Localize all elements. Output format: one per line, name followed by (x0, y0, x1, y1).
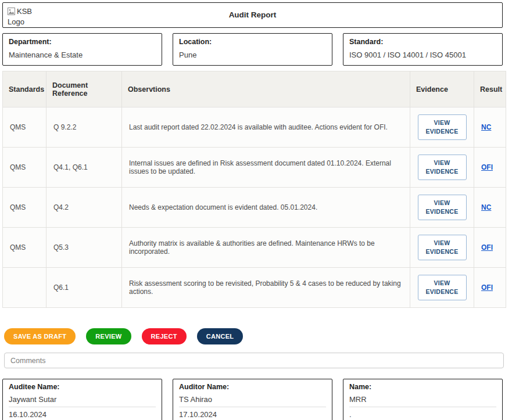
cancel-button[interactable]: CANCEL (197, 328, 244, 344)
name-date-input[interactable] (349, 407, 496, 420)
result-link[interactable]: OFI (481, 163, 493, 171)
view-evidence-button[interactable]: VIEW EVIDENCE (418, 155, 467, 180)
auditee-name-input[interactable] (9, 392, 156, 407)
observation-cell: Last audit report dated 22.02.2024 is av… (122, 107, 410, 148)
view-evidence-button[interactable]: VIEW EVIDENCE (418, 275, 467, 300)
column-header-evidence: Evidence (410, 71, 474, 107)
view-evidence-button[interactable]: VIEW EVIDENCE (418, 114, 467, 140)
auditor-name-label: Auditor Name: (179, 383, 326, 391)
audit-report-page: KSB Logo Audit Report Department: Mainte… (0, 0, 512, 420)
table-row: QMS Q 9.2.2 Last audit report dated 22.0… (3, 107, 506, 148)
auditor-name-input[interactable] (179, 392, 326, 407)
reference-cell: Q 9.2.2 (46, 107, 122, 148)
name-input[interactable] (349, 392, 496, 407)
standard-label: Standard: (349, 38, 496, 46)
save-as-draft-button[interactable]: SAVE AS DRAFT (4, 328, 76, 344)
standard-cell (3, 268, 46, 308)
column-header-result: Result (474, 71, 506, 107)
page-title: Audit Report (3, 3, 502, 27)
audit-findings-table: Standards Document Reference Observtions… (2, 71, 506, 308)
result-link[interactable]: NC (481, 123, 491, 131)
standard-cell: QMS (3, 107, 46, 148)
reject-button[interactable]: REJECT (142, 328, 187, 344)
standard-value: ISO 9001 / ISO 14001 / ISO 45001 (349, 51, 466, 59)
auditee-box: Auditee Name: (2, 379, 162, 420)
auditee-date-input[interactable] (9, 407, 156, 420)
observation-cell: Risk assessment scoring to be revisited,… (122, 268, 410, 308)
observation-cell: Authority matrix is available & authorit… (122, 228, 410, 268)
reference-cell: Q4.1, Q6.1 (46, 148, 122, 188)
table-row: QMS Q4.2 Needs & expectation document is… (3, 188, 506, 228)
result-link[interactable]: OFI (481, 243, 493, 252)
reference-cell: Q4.2 (46, 188, 122, 228)
standard-cell: QMS (3, 228, 46, 268)
column-header-document-reference: Document Reference (46, 71, 122, 107)
table-row: QMS Q5.3 Authority matrix is available &… (3, 228, 506, 268)
name-label: Name: (349, 383, 496, 391)
review-button[interactable]: REVIEW (86, 328, 131, 344)
standard-cell: QMS (3, 188, 46, 228)
reference-cell: Q5.3 (46, 228, 122, 268)
table-header-row: Standards Document Reference Observtions… (3, 71, 506, 107)
department-label: Department: (9, 38, 156, 46)
auditor-box: Auditor Name: (173, 379, 332, 420)
ksb-logo-broken-image: KSB Logo (8, 7, 39, 27)
name-box: Name: (343, 379, 503, 420)
result-link[interactable]: NC (481, 203, 491, 211)
observation-cell: Internal issues are defined in Risk asse… (122, 148, 410, 188)
auditor-date-input[interactable] (179, 407, 326, 420)
observation-cell: Needs & expectation document is evident … (122, 188, 410, 228)
result-link[interactable]: OFI (481, 283, 493, 292)
location-box: Location: Pune (173, 33, 332, 66)
column-header-standards: Standards (3, 71, 46, 107)
broken-image-icon (8, 8, 15, 17)
location-value: Pune (179, 51, 196, 59)
actions-row: SAVE AS DRAFT REVIEW REJECT CANCEL (4, 328, 510, 344)
signatures-row: Auditee Name: Auditor Name: Name: (2, 379, 503, 420)
standard-box: Standard: ISO 9001 / ISO 14001 / ISO 450… (343, 33, 503, 66)
view-evidence-button[interactable]: VIEW EVIDENCE (418, 195, 467, 220)
standard-cell: QMS (3, 148, 46, 188)
info-row: Department: Maintenance & Estate Locatio… (2, 33, 503, 66)
location-label: Location: (179, 38, 326, 46)
table-row: Q6.1 Risk assessment scoring to be revis… (3, 268, 506, 308)
report-header: KSB Logo Audit Report (2, 2, 503, 28)
column-header-observations: Observtions (122, 71, 410, 107)
comments-input[interactable] (4, 353, 504, 368)
auditee-name-label: Auditee Name: (9, 383, 156, 391)
department-box: Department: Maintenance & Estate (2, 33, 162, 66)
view-evidence-button[interactable]: VIEW EVIDENCE (418, 235, 467, 260)
table-row: QMS Q4.1, Q6.1 Internal issues are defin… (3, 148, 506, 188)
reference-cell: Q6.1 (46, 268, 122, 308)
department-value: Maintenance & Estate (9, 51, 83, 59)
